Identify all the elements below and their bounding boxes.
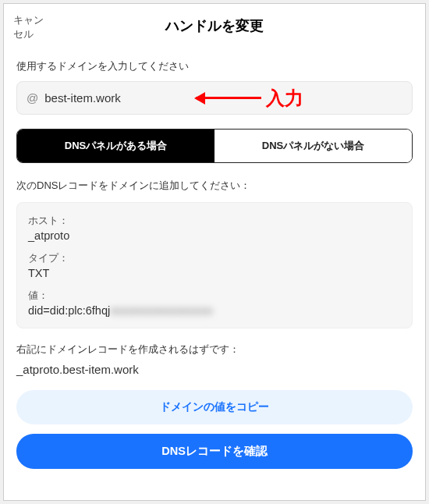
modal-container: キャンセル ハンドルを変更 使用するドメインを入力してください @ best-i… <box>3 3 426 501</box>
record-name: _atproto.best-item.work <box>16 363 413 376</box>
dns-value-prefix: did=did:plc:6fhqj <box>28 304 110 317</box>
domain-input[interactable]: @ best-item.work <box>16 81 413 115</box>
dns-host-label: ホスト： <box>28 214 401 228</box>
domain-input-wrap: @ best-item.work 入力 <box>16 81 413 115</box>
record-note: 右記にドメインレコードを作成されるはずです： <box>16 343 413 357</box>
at-icon: @ <box>27 91 38 105</box>
domain-input-value: best-item.work <box>44 91 121 105</box>
copy-value-button[interactable]: ドメインの値をコピー <box>16 390 413 424</box>
dns-host-value: _atproto <box>28 229 401 242</box>
dns-tabs: DNSパネルがある場合 DNSパネルがない場合 <box>16 129 413 163</box>
dns-value-label: 値： <box>28 289 401 303</box>
dns-value-value: did=did:plc:6fhqjxxxxxxxxxxxxxxxxx <box>28 304 401 317</box>
tab-has-dns-panel[interactable]: DNSパネルがある場合 <box>17 130 214 162</box>
dns-value-blurred: xxxxxxxxxxxxxxxxx <box>110 304 213 317</box>
tab-no-dns-panel[interactable]: DNSパネルがない場合 <box>214 130 412 162</box>
modal-title: ハンドルを変更 <box>4 16 425 35</box>
modal-header: キャンセル ハンドルを変更 <box>4 4 425 48</box>
dns-instruction: 次のDNSレコードをドメインに追加してください： <box>16 179 413 193</box>
dns-type-label: タイプ： <box>28 251 401 265</box>
domain-input-label: 使用するドメインを入力してください <box>16 59 413 73</box>
cancel-button[interactable]: キャンセル <box>13 13 51 41</box>
dns-record-box: ホスト： _atproto タイプ： TXT 値： did=did:plc:6f… <box>16 202 413 328</box>
verify-dns-button[interactable]: DNSレコードを確認 <box>16 434 413 469</box>
modal-content: 使用するドメインを入力してください @ best-item.work 入力 DN… <box>4 48 425 500</box>
dns-type-value: TXT <box>28 267 401 279</box>
